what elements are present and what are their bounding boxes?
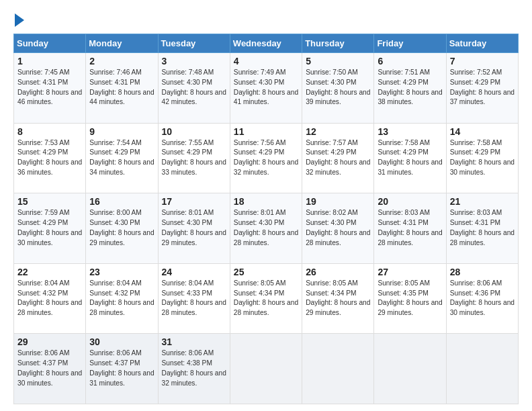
day-number: 19: [306, 196, 370, 207]
day-number: 12: [306, 126, 370, 137]
day-info: Sunrise: 8:03 AMSunset: 4:31 PMDaylight:…: [378, 209, 442, 246]
day-info: Sunrise: 8:06 AMSunset: 4:38 PMDaylight:…: [162, 349, 226, 386]
day-number: 22: [17, 267, 82, 277]
calendar-cell: 8 Sunrise: 7:53 AMSunset: 4:29 PMDayligh…: [14, 123, 86, 193]
day-info: Sunrise: 7:45 AMSunset: 4:31 PMDaylight:…: [17, 68, 82, 105]
day-number: 8: [17, 126, 82, 137]
day-info: Sunrise: 7:54 AMSunset: 4:29 PMDaylight:…: [89, 139, 154, 176]
day-info: Sunrise: 7:55 AMSunset: 4:29 PMDaylight:…: [162, 139, 226, 176]
calendar-cell: 9 Sunrise: 7:54 AMSunset: 4:29 PMDayligh…: [86, 123, 158, 193]
day-info: Sunrise: 8:06 AMSunset: 4:37 PMDaylight:…: [89, 349, 154, 386]
day-info: Sunrise: 8:03 AMSunset: 4:31 PMDaylight:…: [450, 209, 515, 246]
calendar-cell: 30 Sunrise: 8:06 AMSunset: 4:37 PMDaylig…: [86, 334, 158, 404]
day-header-tuesday: Tuesday: [158, 34, 230, 53]
day-number: 9: [89, 126, 154, 137]
day-info: Sunrise: 7:51 AMSunset: 4:29 PMDaylight:…: [378, 68, 442, 105]
calendar-week-row: 1 Sunrise: 7:45 AMSunset: 4:31 PMDayligh…: [14, 53, 519, 124]
calendar-cell: 18 Sunrise: 8:01 AMSunset: 4:30 PMDaylig…: [230, 193, 302, 264]
calendar-cell: 25 Sunrise: 8:05 AMSunset: 4:34 PMDaylig…: [230, 263, 302, 334]
calendar-cell: 4 Sunrise: 7:49 AMSunset: 4:30 PMDayligh…: [230, 53, 302, 124]
day-info: Sunrise: 8:01 AMSunset: 4:30 PMDaylight:…: [162, 209, 226, 246]
day-info: Sunrise: 8:04 AMSunset: 4:33 PMDaylight:…: [162, 279, 226, 316]
day-number: 31: [162, 336, 226, 347]
calendar-cell: 19 Sunrise: 8:02 AMSunset: 4:30 PMDaylig…: [302, 193, 374, 264]
calendar-week-row: 29 Sunrise: 8:06 AMSunset: 4:37 PMDaylig…: [14, 334, 519, 404]
day-header-saturday: Saturday: [446, 34, 518, 53]
day-info: Sunrise: 7:59 AMSunset: 4:29 PMDaylight:…: [17, 209, 82, 246]
day-number: 5: [306, 56, 370, 66]
day-number: 4: [234, 56, 298, 66]
day-number: 11: [234, 126, 298, 137]
day-number: 18: [234, 196, 298, 207]
calendar-week-row: 15 Sunrise: 7:59 AMSunset: 4:29 PMDaylig…: [14, 193, 519, 264]
day-number: 23: [89, 267, 154, 277]
day-info: Sunrise: 7:50 AMSunset: 4:30 PMDaylight:…: [306, 68, 370, 105]
calendar-cell: 14 Sunrise: 7:58 AMSunset: 4:29 PMDaylig…: [446, 123, 518, 193]
day-number: 16: [89, 196, 154, 207]
calendar-cell: 12 Sunrise: 7:57 AMSunset: 4:29 PMDaylig…: [302, 123, 374, 193]
calendar-cell: 2 Sunrise: 7:46 AMSunset: 4:31 PMDayligh…: [86, 53, 158, 124]
day-info: Sunrise: 8:04 AMSunset: 4:32 PMDaylight:…: [89, 279, 154, 316]
calendar-cell: 31 Sunrise: 8:06 AMSunset: 4:38 PMDaylig…: [158, 334, 230, 404]
day-info: Sunrise: 7:58 AMSunset: 4:29 PMDaylight:…: [450, 139, 515, 176]
calendar-cell: 17 Sunrise: 8:01 AMSunset: 4:30 PMDaylig…: [158, 193, 230, 264]
calendar-cell: 13 Sunrise: 7:58 AMSunset: 4:29 PMDaylig…: [374, 123, 446, 193]
day-info: Sunrise: 8:05 AMSunset: 4:34 PMDaylight:…: [234, 279, 298, 316]
day-number: 13: [378, 126, 442, 137]
day-number: 25: [234, 267, 298, 277]
day-number: 28: [450, 267, 515, 277]
day-number: 27: [378, 267, 442, 277]
calendar-cell: 1 Sunrise: 7:45 AMSunset: 4:31 PMDayligh…: [14, 53, 86, 124]
day-header-friday: Friday: [374, 34, 446, 53]
day-number: 15: [17, 196, 82, 207]
day-info: Sunrise: 8:06 AMSunset: 4:37 PMDaylight:…: [17, 349, 82, 386]
day-number: 14: [450, 126, 515, 137]
page-header: [13, 11, 519, 27]
calendar-cell: 11 Sunrise: 7:56 AMSunset: 4:29 PMDaylig…: [230, 123, 302, 193]
calendar-cell: 3 Sunrise: 7:48 AMSunset: 4:30 PMDayligh…: [158, 53, 230, 124]
day-number: 2: [89, 56, 154, 66]
day-header-wednesday: Wednesday: [230, 34, 302, 53]
day-number: 21: [450, 196, 515, 207]
calendar-cell: 26 Sunrise: 8:05 AMSunset: 4:34 PMDaylig…: [302, 263, 374, 334]
day-info: Sunrise: 8:06 AMSunset: 4:36 PMDaylight:…: [450, 279, 515, 316]
calendar-cell: 7 Sunrise: 7:52 AMSunset: 4:29 PMDayligh…: [446, 53, 518, 124]
calendar-cell: [230, 334, 302, 404]
day-info: Sunrise: 7:46 AMSunset: 4:31 PMDaylight:…: [89, 68, 154, 105]
day-info: Sunrise: 8:01 AMSunset: 4:30 PMDaylight:…: [234, 209, 298, 246]
day-number: 3: [162, 56, 226, 66]
calendar-cell: 28 Sunrise: 8:06 AMSunset: 4:36 PMDaylig…: [446, 263, 518, 334]
calendar-cell: 24 Sunrise: 8:04 AMSunset: 4:33 PMDaylig…: [158, 263, 230, 334]
calendar-cell: [302, 334, 374, 404]
day-number: 29: [17, 336, 82, 347]
calendar-cell: 29 Sunrise: 8:06 AMSunset: 4:37 PMDaylig…: [14, 334, 86, 404]
day-info: Sunrise: 7:56 AMSunset: 4:29 PMDaylight:…: [234, 139, 298, 176]
calendar-cell: 22 Sunrise: 8:04 AMSunset: 4:32 PMDaylig…: [14, 263, 86, 334]
day-info: Sunrise: 7:58 AMSunset: 4:29 PMDaylight:…: [378, 139, 442, 176]
day-info: Sunrise: 7:53 AMSunset: 4:29 PMDaylight:…: [17, 139, 82, 176]
calendar-cell: [446, 334, 518, 404]
calendar-cell: 23 Sunrise: 8:04 AMSunset: 4:32 PMDaylig…: [86, 263, 158, 334]
day-number: 10: [162, 126, 226, 137]
day-header-monday: Monday: [86, 34, 158, 53]
calendar-table: SundayMondayTuesdayWednesdayThursdayFrid…: [13, 34, 519, 404]
calendar-cell: 16 Sunrise: 8:00 AMSunset: 4:30 PMDaylig…: [86, 193, 158, 264]
logo-arrow-icon: [15, 13, 24, 27]
day-info: Sunrise: 7:52 AMSunset: 4:29 PMDaylight:…: [450, 68, 515, 105]
day-info: Sunrise: 8:05 AMSunset: 4:35 PMDaylight:…: [378, 279, 442, 316]
day-number: 26: [306, 267, 370, 277]
day-info: Sunrise: 7:49 AMSunset: 4:30 PMDaylight:…: [234, 68, 298, 105]
calendar-cell: 20 Sunrise: 8:03 AMSunset: 4:31 PMDaylig…: [374, 193, 446, 264]
day-number: 1: [17, 56, 82, 66]
calendar-cell: 6 Sunrise: 7:51 AMSunset: 4:29 PMDayligh…: [374, 53, 446, 124]
day-number: 30: [89, 336, 154, 347]
calendar-cell: [374, 334, 446, 404]
day-header-sunday: Sunday: [14, 34, 86, 53]
calendar-week-row: 22 Sunrise: 8:04 AMSunset: 4:32 PMDaylig…: [14, 263, 519, 334]
calendar-cell: 10 Sunrise: 7:55 AMSunset: 4:29 PMDaylig…: [158, 123, 230, 193]
day-number: 7: [450, 56, 515, 66]
day-info: Sunrise: 7:48 AMSunset: 4:30 PMDaylight:…: [162, 68, 226, 105]
day-info: Sunrise: 8:04 AMSunset: 4:32 PMDaylight:…: [17, 279, 82, 316]
day-info: Sunrise: 8:05 AMSunset: 4:34 PMDaylight:…: [306, 279, 370, 316]
day-info: Sunrise: 7:57 AMSunset: 4:29 PMDaylight:…: [306, 139, 370, 176]
